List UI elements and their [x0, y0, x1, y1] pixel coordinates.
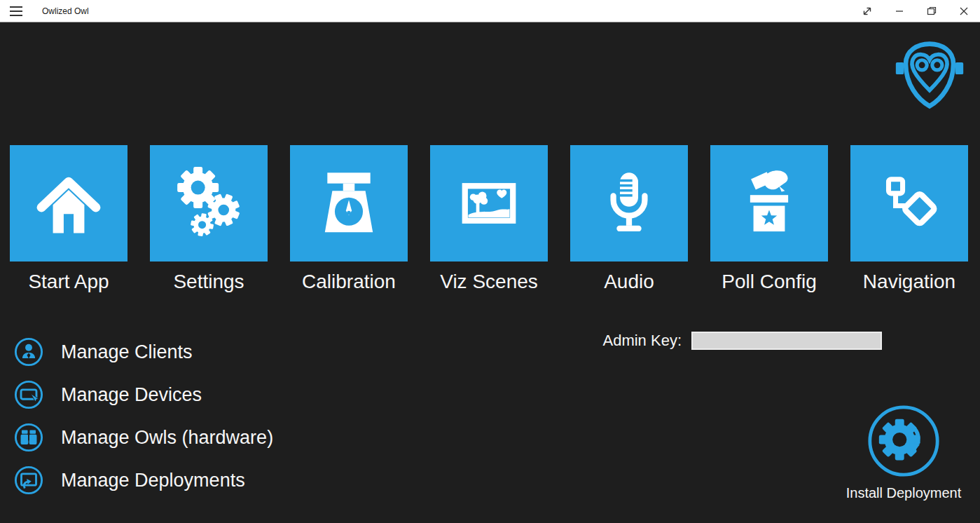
person-icon [14, 337, 43, 367]
gears-icon [167, 162, 250, 245]
device-touch-icon [14, 380, 43, 409]
tile-group-audio: Audio [570, 145, 688, 293]
tile-group-viz-scenes: Viz Scenes [430, 145, 548, 293]
install-deployment: Install Deployment [834, 404, 974, 501]
tile-group-start-app: Start App [10, 145, 127, 293]
navigation-tile[interactable] [850, 145, 968, 262]
admin-key-row: Admin Key: [603, 332, 883, 350]
manage-owls-item[interactable]: Manage Owls (hardware) [14, 423, 273, 452]
tile-group-settings: Settings [150, 145, 268, 293]
owl-logo [894, 38, 965, 112]
scale-icon [308, 162, 390, 245]
app-window: Owlized Owl [0, 0, 980, 522]
fullscreen-button[interactable] [851, 0, 883, 22]
settings-tile[interactable] [150, 145, 268, 262]
main-content: Start App Settings [0, 22, 980, 522]
calibration-tile[interactable] [290, 145, 408, 262]
tile-label: Calibration [302, 271, 396, 293]
flowchart-icon [868, 162, 951, 245]
manage-item-label: Manage Deployments [61, 470, 245, 491]
tile-label: Navigation [863, 271, 955, 293]
poll-config-tile[interactable] [710, 145, 828, 262]
gear-arrow-icon [867, 404, 941, 478]
window-title: Owlized Owl [42, 6, 851, 16]
ballot-box-icon [728, 162, 810, 245]
tile-group-poll-config: Poll Config [710, 145, 828, 293]
hamburger-menu-button[interactable] [0, 0, 32, 22]
tile-label: Settings [173, 271, 244, 293]
viz-scenes-tile[interactable] [430, 145, 548, 262]
hamburger-icon [10, 6, 22, 16]
binoculars-icon [14, 423, 43, 452]
manage-devices-item[interactable]: Manage Devices [14, 380, 273, 409]
admin-key-input[interactable] [691, 332, 882, 350]
window-arrow-icon [14, 466, 43, 495]
caption-buttons [851, 0, 980, 22]
tile-label: Viz Scenes [440, 271, 538, 293]
tile-group-navigation: Navigation [850, 145, 968, 293]
restore-button[interactable] [916, 0, 948, 22]
audio-tile[interactable] [570, 145, 688, 262]
install-deployment-button[interactable] [867, 404, 941, 478]
install-deployment-label: Install Deployment [834, 485, 974, 501]
tile-label: Audio [604, 271, 654, 293]
close-button[interactable] [948, 0, 980, 22]
microphone-icon [588, 162, 670, 245]
home-icon [27, 162, 110, 245]
restore-icon [926, 6, 937, 17]
tile-group-calibration: Calibration [290, 145, 408, 293]
titlebar: Owlized Owl [0, 0, 980, 22]
tile-label: Start App [28, 271, 109, 293]
manage-deployments-item[interactable]: Manage Deployments [14, 466, 273, 495]
picture-icon [448, 162, 530, 245]
diagonal-resize-icon [862, 6, 873, 17]
manage-clients-item[interactable]: Manage Clients [14, 337, 273, 367]
manage-item-label: Manage Devices [61, 384, 202, 406]
manage-item-label: Manage Clients [61, 341, 193, 363]
start-app-tile[interactable] [10, 145, 127, 262]
manage-list: Manage Clients Manage Devices [14, 337, 273, 508]
manage-item-label: Manage Owls (hardware) [61, 427, 273, 449]
tile-row: Start App Settings [10, 145, 968, 293]
tile-label: Poll Config [722, 271, 816, 293]
admin-key-label: Admin Key: [603, 332, 682, 350]
close-icon [958, 6, 969, 17]
minimize-icon [894, 6, 905, 17]
minimize-button[interactable] [883, 0, 916, 22]
